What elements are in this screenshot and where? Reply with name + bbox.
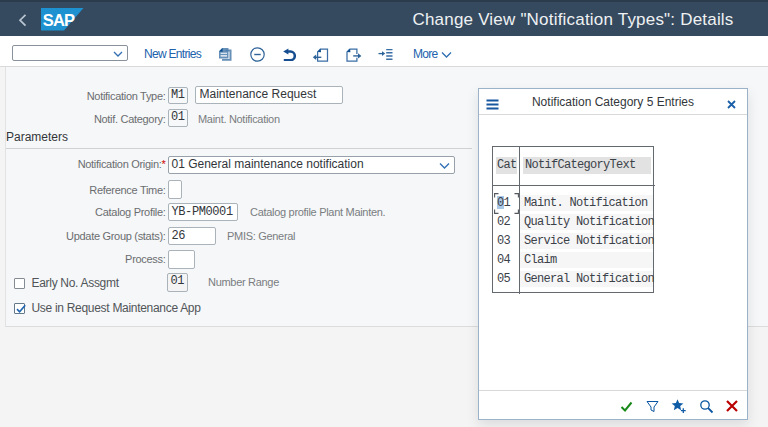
svg-text:SAP: SAP <box>43 10 75 28</box>
